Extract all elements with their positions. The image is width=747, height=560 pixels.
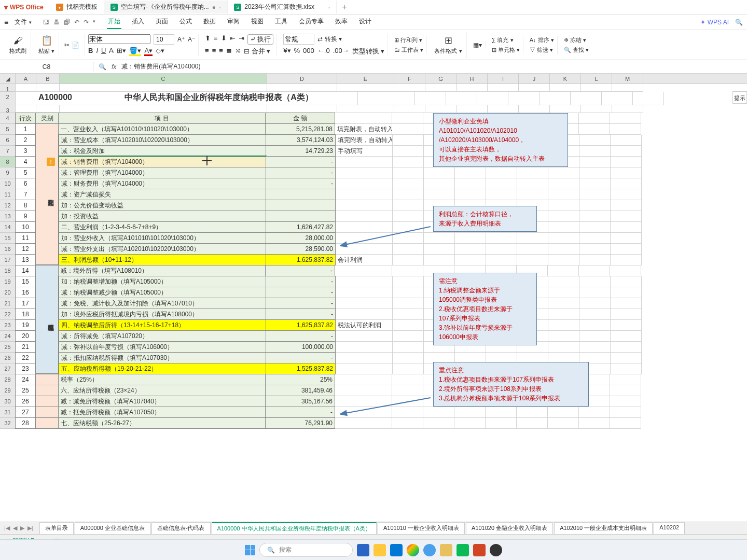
cell[interactable] <box>424 167 455 178</box>
row-header[interactable]: 12 <box>0 200 16 211</box>
cell[interactable] <box>336 287 393 298</box>
cell[interactable] <box>393 135 424 146</box>
cell[interactable] <box>517 255 548 265</box>
tab-tools[interactable]: 工具 <box>274 15 288 29</box>
row-header[interactable]: 15 <box>0 233 16 244</box>
cell[interactable] <box>611 244 642 255</box>
cell[interactable] <box>393 211 424 222</box>
cell[interactable] <box>392 418 423 429</box>
cell[interactable]: 七、应纳税额（25-26-27） <box>58 417 266 429</box>
cell[interactable] <box>455 178 486 189</box>
cell[interactable] <box>393 287 424 298</box>
row-header[interactable]: 24 <box>0 331 16 342</box>
cell[interactable]: 五、应纳税所得额（19-20-21-22） <box>59 363 266 374</box>
cell[interactable]: 手动填写 <box>336 146 393 157</box>
cell[interactable] <box>336 222 393 233</box>
cell[interactable] <box>579 178 611 189</box>
cell[interactable] <box>579 135 611 146</box>
cell[interactable]: 减：销售费用（填写A104000） <box>59 156 266 167</box>
cell[interactable] <box>610 265 641 276</box>
cell[interactable] <box>548 342 579 353</box>
cell[interactable]: 25% <box>265 374 335 385</box>
row-header[interactable]: 27 <box>0 363 16 374</box>
cell[interactable]: 14 <box>15 265 36 276</box>
cell[interactable]: 应纳税所得额计算 <box>35 265 59 374</box>
cell[interactable] <box>336 200 393 211</box>
sheet-tab[interactable]: A102010 一般企业成本支出明细表 <box>554 522 653 534</box>
col-header-A[interactable]: A <box>16 74 36 83</box>
cell[interactable]: A100000 <box>36 92 80 105</box>
cell[interactable] <box>358 92 415 105</box>
col-header-M[interactable]: M <box>612 74 643 83</box>
cell[interactable] <box>548 200 579 211</box>
row-header[interactable]: 7 <box>0 146 16 157</box>
cell[interactable]: - <box>266 298 336 309</box>
sheet-tab[interactable]: A100000 中华人民共和国企业所得税年度纳税申报表（A类） <box>212 522 377 534</box>
save-icon[interactable]: 🖫 <box>43 19 49 26</box>
cell[interactable] <box>508 92 540 105</box>
cell[interactable] <box>266 200 336 211</box>
cell[interactable] <box>424 178 455 189</box>
cell[interactable] <box>393 255 424 265</box>
cell[interactable]: 行次 <box>15 113 36 124</box>
cell[interactable]: 减：抵扣应纳税所得额（填写A107030） <box>59 352 266 363</box>
cell[interactable] <box>393 233 424 244</box>
cell[interactable] <box>579 320 611 331</box>
cond-fmt-group[interactable]: ⊞ 条件格式 ▾ <box>430 32 466 58</box>
fill-button[interactable]: ∑ 填充 ▾ <box>492 36 520 44</box>
filter-button[interactable]: ▽ 筛选 ▾ <box>530 46 554 54</box>
cell[interactable] <box>336 211 393 222</box>
cell[interactable] <box>424 189 455 200</box>
cell[interactable]: 填完附表，自动转入 <box>336 135 393 146</box>
cell[interactable] <box>424 244 455 255</box>
cell[interactable]: 加：投资收益 <box>59 211 266 222</box>
fx-icon[interactable]: fx <box>112 63 116 71</box>
cell[interactable]: 会计利润 <box>336 255 393 265</box>
cell[interactable] <box>392 265 423 276</box>
cell[interactable] <box>35 374 59 385</box>
cell[interactable] <box>633 92 664 105</box>
cut-icon[interactable]: ✂ <box>64 41 70 49</box>
tab-insert[interactable]: 插入 <box>131 15 145 29</box>
cell[interactable]: 20 <box>15 330 36 342</box>
col-header-H[interactable]: H <box>457 74 488 83</box>
align-center-icon[interactable]: ≡ <box>212 47 216 56</box>
tab-menu-icon[interactable]: ▫ <box>328 4 330 11</box>
cell[interactable] <box>579 331 611 342</box>
cell[interactable] <box>611 287 642 298</box>
taskbar-app-icon[interactable] <box>423 544 436 556</box>
sheet-tab[interactable]: A101010 一般企业收入明细表 <box>378 522 465 534</box>
cell[interactable] <box>457 105 488 113</box>
cell[interactable]: 加：纳税调整增加额（填写A105000） <box>59 276 266 287</box>
cell[interactable]: 减：抵免所得税额（填写A107050） <box>58 407 266 418</box>
cell[interactable]: 减：免税、减计收入及加计扣除（填写A107010） <box>59 298 266 309</box>
add-tab-button[interactable]: + <box>337 3 352 12</box>
justify-icon[interactable]: ≣ <box>226 47 232 56</box>
cell[interactable]: 7 <box>15 189 36 200</box>
row-header[interactable]: 23 <box>0 320 16 331</box>
cell[interactable] <box>35 417 59 429</box>
row-header[interactable]: 9 <box>0 167 16 178</box>
col-header-G[interactable]: G <box>425 74 457 83</box>
cell[interactable] <box>548 255 579 265</box>
cell[interactable] <box>266 189 336 200</box>
cell[interactable] <box>336 276 393 287</box>
cell[interactable]: 305,167.56 <box>265 396 335 407</box>
prev-sheet-icon[interactable]: ◀ <box>13 525 17 531</box>
sheet-tab[interactable]: A000000 企业基础信息表 <box>75 522 150 534</box>
cell[interactable] <box>336 331 393 342</box>
cell[interactable] <box>335 265 392 276</box>
first-sheet-icon[interactable]: |◀ <box>4 525 10 531</box>
wrap-button[interactable]: ⤶ 换行 <box>247 34 274 45</box>
cell[interactable]: - <box>265 407 335 418</box>
tab-formula[interactable]: 公式 <box>178 15 193 29</box>
col-header-B[interactable]: B <box>36 74 60 83</box>
row-header[interactable]: 11 <box>0 189 16 200</box>
wps-ai-button[interactable]: ✦WPS AI <box>700 19 729 26</box>
grid[interactable]: A100000中华人民共和国企业所得税年度纳税申报表（A类）行次类别项 目金 额… <box>16 84 747 429</box>
cell[interactable]: 减：营业外支出（填写A102010\102020\103000） <box>59 243 266 255</box>
cell[interactable] <box>579 309 611 320</box>
cell[interactable] <box>517 418 548 429</box>
cell[interactable] <box>571 92 602 105</box>
cell[interactable] <box>393 309 424 320</box>
